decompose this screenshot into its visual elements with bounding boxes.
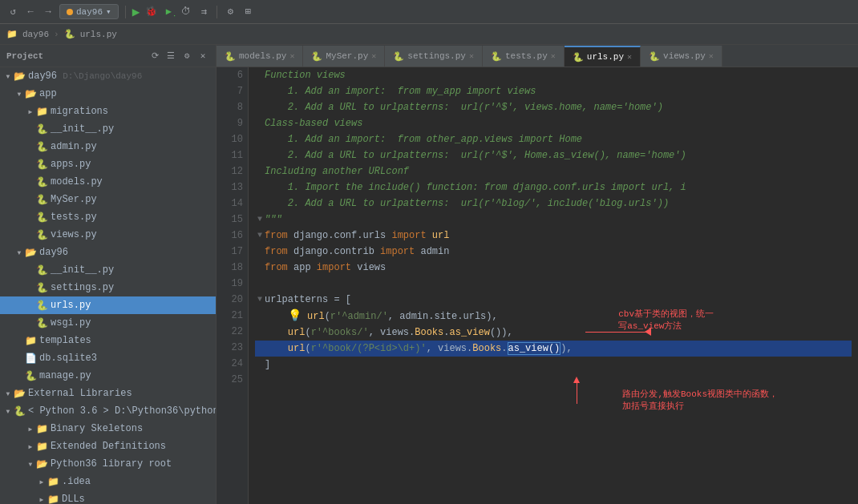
tab-tests[interactable]: 🐍 tests.py ✕: [483, 46, 565, 67]
py-icon-views: 🐍: [35, 228, 48, 241]
sidebar-item-manage[interactable]: 🐍manage.py: [0, 367, 216, 385]
code-content[interactable]: Function views 1. Add an import: from my…: [249, 67, 858, 504]
tab-urls[interactable]: 🐍 urls.py ✕: [565, 46, 641, 67]
sidebar-title: Project: [6, 51, 43, 61]
tree-label-templates: templates: [39, 335, 91, 346]
sidebar-item-apps[interactable]: 🐍apps.py: [0, 155, 216, 173]
coverage-icon[interactable]: ▶̣: [162, 6, 175, 18]
comment-text: 1. Add an import: from my_app import vie…: [265, 86, 536, 97]
tree-arrow-migrations[interactable]: ▶: [26, 107, 35, 116]
run-button[interactable]: ▶: [132, 4, 140, 20]
sidebar-item-idea[interactable]: ▶📁.idea: [0, 473, 216, 490]
toolbar-refresh-icon[interactable]: ↺: [6, 6, 19, 18]
line-num-6: 6: [221, 67, 243, 83]
sidebar-sync-icon[interactable]: ⟳: [148, 50, 161, 62]
folder-icon-ext-libs: 📂: [13, 387, 26, 400]
sidebar-item-init-app[interactable]: 🐍__init__.py: [0, 120, 216, 138]
tab-models[interactable]: 🐍 models.py ✕: [217, 46, 303, 67]
tab-myser-icon: 🐍: [311, 51, 322, 62]
sidebar-item-tests[interactable]: 🐍tests.py: [0, 208, 216, 226]
code-line-12: Including another URLconf: [255, 163, 852, 179]
tab-views[interactable]: 🐍 views.py ✕: [641, 46, 722, 67]
tree-arrow-day96-pkg[interactable]: ▼: [14, 248, 24, 257]
sidebar-item-python36-lib[interactable]: ▼📂Python36 library root: [0, 455, 216, 473]
folder-icon-ext-defs: 📁: [35, 440, 48, 453]
main-layout: Project ⟳ ☰ ⚙ ✕ ▼📂day96 D:\Django\day96▼…: [0, 45, 858, 504]
project-dropdown[interactable]: day96 ▾: [59, 4, 119, 19]
sidebar-item-views[interactable]: 🐍views.py: [0, 226, 216, 244]
code-span-17: from django.contrib import admin: [265, 244, 449, 260]
tree-label-myser: MySer.py: [51, 194, 97, 205]
tree-arrow-placeholder-init-app: [26, 124, 35, 134]
breadcrumb-day96[interactable]: day96: [22, 30, 49, 39]
code-editor[interactable]: 678910111213141516171819202122232425 Fun…: [217, 67, 858, 504]
sidebar-item-app[interactable]: ▼📂app: [0, 85, 216, 103]
sidebar-item-python36-env[interactable]: ▼🐍< Python 3.6 > D:\Python36\python...: [0, 402, 216, 420]
code-line-20: ▼urlpatterns = [: [255, 292, 852, 308]
tab-urls-close[interactable]: ✕: [627, 52, 632, 62]
tree-arrow-placeholder-init-day96: [26, 265, 35, 275]
code-line-21: 💡 url(r'^admin/', admin.site.urls),: [255, 308, 852, 325]
sidebar-item-settings[interactable]: 🐍settings.py: [0, 279, 216, 296]
tree-label-day96-root: day96 D:\Django\day96: [28, 71, 142, 82]
tab-myser[interactable]: 🐍 MySer.py ✕: [303, 46, 385, 67]
concurrency-icon[interactable]: ⇉: [197, 6, 210, 18]
debug-icon[interactable]: 🐞: [144, 6, 157, 18]
code-line-19: [255, 276, 852, 292]
tab-settings-close[interactable]: ✕: [469, 51, 474, 61]
sidebar-item-init-day96[interactable]: 🐍__init__.py: [0, 261, 216, 279]
tree-arrow-idea[interactable]: ▶: [37, 477, 47, 486]
settings-icon[interactable]: ⚙: [224, 6, 237, 18]
tab-myser-close[interactable]: ✕: [371, 51, 376, 61]
tree-label-apps: apps.py: [51, 159, 91, 170]
code-span-22: url(r'^books/', views.Books.as_view()),: [265, 325, 513, 341]
profile-icon[interactable]: ⏱: [180, 6, 192, 18]
tree-arrow-ext-libs[interactable]: ▼: [3, 389, 13, 398]
sidebar-tree[interactable]: ▼📂day96 D:\Django\day96▼📂app▶📁migrations…: [0, 67, 216, 504]
code-span-9: Class-based views: [265, 115, 362, 131]
sidebar-item-models[interactable]: 🐍models.py: [0, 173, 216, 191]
tree-arrow-ext-defs[interactable]: ▶: [26, 442, 35, 451]
tree-arrow-python36-lib[interactable]: ▼: [26, 459, 35, 469]
sidebar-hide-icon[interactable]: ✕: [196, 50, 209, 62]
tree-arrow-app[interactable]: ▼: [14, 89, 24, 99]
tree-arrow-binary-skeletons[interactable]: ▶: [26, 424, 35, 433]
sidebar-item-day96-pkg[interactable]: ▼📂day96: [0, 244, 216, 261]
tree-label-ext-libs: External Libraries: [28, 388, 132, 399]
project-dot: [67, 9, 73, 15]
code-line-15: ▼""": [255, 212, 852, 228]
tree-arrow-day96-root[interactable]: ▼: [3, 71, 13, 81]
py-icon-models: 🐍: [35, 175, 48, 188]
tab-tests-icon: 🐍: [491, 51, 502, 62]
tab-settings[interactable]: 🐍 settings.py ✕: [385, 46, 483, 67]
code-line-11: 2. Add a URL to urlpatterns: url(r'^$', …: [255, 147, 852, 163]
sidebar-item-myser[interactable]: 🐍MySer.py: [0, 191, 216, 208]
sidebar-settings-icon[interactable]: ⚙: [180, 50, 193, 62]
tab-views-close[interactable]: ✕: [709, 51, 714, 61]
sidebar-collapse-icon[interactable]: ☰: [164, 50, 177, 62]
tab-models-close[interactable]: ✕: [289, 51, 294, 61]
gutter-fold-20[interactable]: ▼: [255, 292, 265, 308]
toolbar-back-icon[interactable]: ←: [24, 6, 37, 18]
tree-arrow-dlls[interactable]: ▶: [37, 494, 47, 504]
tree-arrow-placeholder-myser: [26, 195, 35, 204]
folder-icon-app: 📂: [24, 87, 37, 100]
tree-label-models: models.py: [51, 176, 103, 187]
sidebar-item-urls[interactable]: 🐍urls.py: [0, 296, 216, 314]
sidebar-item-admin[interactable]: 🐍admin.py: [0, 138, 216, 155]
sidebar-item-ext-libs[interactable]: ▼📂External Libraries: [0, 385, 216, 402]
sidebar-item-migrations[interactable]: ▶📁migrations: [0, 103, 216, 120]
sidebar-item-ext-defs[interactable]: ▶📁Extended Definitions: [0, 437, 216, 455]
layout-icon[interactable]: ⊞: [241, 6, 254, 18]
tree-arrow-python36-env[interactable]: ▼: [3, 406, 13, 416]
sidebar-item-db[interactable]: 📄db.sqlite3: [0, 349, 216, 367]
toolbar-forward-icon[interactable]: →: [42, 6, 55, 18]
code-span-16: from django.conf.urls import url: [265, 228, 449, 244]
sidebar-item-templates[interactable]: 📁templates: [0, 332, 216, 349]
sidebar-item-day96-root[interactable]: ▼📂day96 D:\Django\day96: [0, 67, 216, 85]
sidebar-item-dlls[interactable]: ▶📁DLLs: [0, 490, 216, 504]
tab-tests-close[interactable]: ✕: [551, 51, 556, 61]
breadcrumb-file[interactable]: urls.py: [80, 30, 117, 39]
sidebar-item-wsgi[interactable]: 🐍wsgi.py: [0, 314, 216, 332]
sidebar-item-binary-skeletons[interactable]: ▶📁Binary Skeletons: [0, 420, 216, 437]
